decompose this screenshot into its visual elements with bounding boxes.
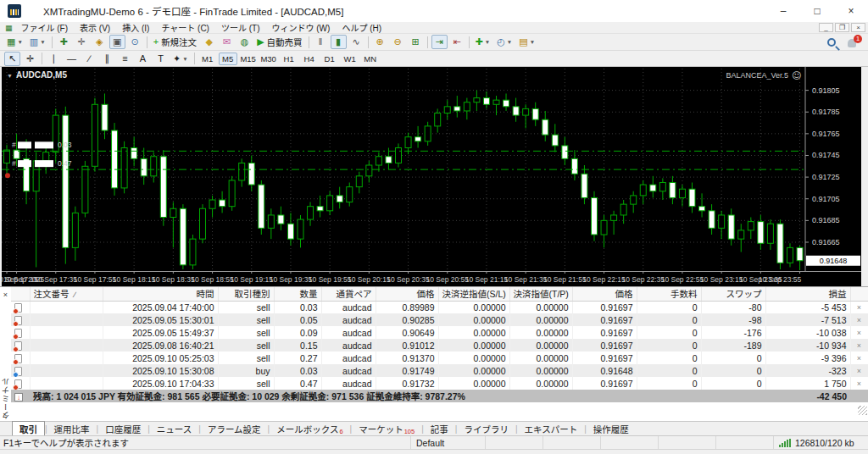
close-position-icon[interactable]: × xyxy=(850,313,868,326)
tab-7[interactable]: 記事 xyxy=(424,423,455,435)
indicators-button[interactable]: ✚▼ xyxy=(473,35,493,49)
menu-item-6[interactable]: ヘルプ (H) xyxy=(336,21,387,34)
close-position-icon[interactable]: × xyxy=(850,352,868,364)
new-chart-button[interactable]: ▦▼ xyxy=(4,35,25,49)
tab-5[interactable]: メールボックス6 xyxy=(270,423,349,435)
timeframe-m15[interactable]: M15 xyxy=(239,53,258,65)
close-position-icon[interactable]: × xyxy=(850,326,868,339)
tab-1[interactable]: 運用比率 xyxy=(47,423,97,435)
close-position-icon[interactable]: × xyxy=(850,301,868,313)
column-header[interactable]: 時間 xyxy=(103,287,218,301)
menu-item-0[interactable]: ファイル (F) xyxy=(15,21,75,34)
tab-trade[interactable]: 取引 xyxy=(12,421,45,435)
chart-area[interactable]: #0.03#0.470.918050.917850.917650.917450.… xyxy=(0,67,868,286)
timeframe-d1[interactable]: D1 xyxy=(320,53,339,65)
horizontal-line-tool[interactable]: — xyxy=(64,52,80,66)
mdi-close-button[interactable]: × xyxy=(851,23,865,32)
depth-of-market-button[interactable]: ◆ xyxy=(201,35,217,49)
menu-item-1[interactable]: 表示 (V) xyxy=(74,21,116,34)
text-tool[interactable]: A xyxy=(135,52,151,66)
chart-shift-button[interactable]: ⇤ xyxy=(449,35,465,49)
position-row[interactable]: 2025.09.08 16:40:21sell0.15audcad0.91012… xyxy=(11,339,868,352)
position-row[interactable]: 2025.09.10 17:04:33sell0.47audcad0.91732… xyxy=(11,377,868,390)
close-position-icon[interactable]: × xyxy=(850,339,868,352)
terminal-side-tab[interactable]: ターミナル xyxy=(0,377,11,419)
notifications-button[interactable]: 1 xyxy=(848,36,860,48)
toolbox-button[interactable]: ▣ xyxy=(109,35,125,49)
mdi-minimize-button[interactable]: _ xyxy=(819,23,833,32)
new-order-button[interactable]: +新規注文 xyxy=(151,35,199,49)
tab-10[interactable]: 操作履歴 xyxy=(587,423,636,435)
column-header[interactable]: 損益 xyxy=(765,287,850,301)
column-header[interactable]: 取引種別 xyxy=(218,287,274,301)
position-row[interactable]: 2025.09.04 17:40:00sell0.03audcad0.89989… xyxy=(11,301,868,313)
tab-3[interactable]: ニュース xyxy=(150,423,198,435)
tab-2[interactable]: 口座履歴 xyxy=(98,423,147,435)
candle-chart-button[interactable]: ▮ xyxy=(331,35,347,49)
profiles-button[interactable]: ▥▼ xyxy=(27,35,48,49)
auto-scroll-button[interactable]: ⇥ xyxy=(431,35,448,49)
toolbox-close-icon[interactable]: × xyxy=(1,290,10,299)
zoom-in-button[interactable]: ⊕ xyxy=(372,35,388,49)
close-button[interactable]: × xyxy=(834,0,868,22)
close-position-icon[interactable]: × xyxy=(850,364,868,377)
community-button[interactable]: ◍ xyxy=(236,35,253,49)
tab-8[interactable]: ライブラリ xyxy=(457,423,515,435)
collapse-icon[interactable]: ▼ xyxy=(7,73,13,79)
timeframe-w1[interactable]: W1 xyxy=(341,53,359,65)
menu-item-2[interactable]: 挿入 (I) xyxy=(116,21,155,34)
navigator-button[interactable]: ◈ xyxy=(92,35,108,49)
label-tool[interactable]: T xyxy=(153,52,169,66)
column-header[interactable]: 数量 xyxy=(274,287,321,301)
position-row[interactable]: 2025.09.10 15:30:08buy0.03audcad0.917490… xyxy=(11,364,868,377)
vertical-line-tool[interactable]: ∣ xyxy=(46,52,62,66)
line-chart-button[interactable]: ∿ xyxy=(348,35,364,49)
timeframe-mn[interactable]: MN xyxy=(361,53,380,65)
profile-selector[interactable]: Default xyxy=(410,436,485,449)
periods-button[interactable]: ◴▼ xyxy=(494,35,515,49)
column-header[interactable]: 価格 xyxy=(376,287,438,301)
minimize-button[interactable]: – xyxy=(766,0,800,22)
column-header[interactable]: 手数料 xyxy=(637,287,701,301)
position-row[interactable]: 2025.09.05 15:30:01sell0.05audcad0.90285… xyxy=(11,313,868,326)
menu-item-5[interactable]: ウィンドウ (W) xyxy=(266,21,337,34)
menu-item-4[interactable]: ツール (T) xyxy=(215,21,266,34)
menu-item-3[interactable]: チャート (C) xyxy=(155,21,215,34)
resize-grip[interactable] xyxy=(858,406,867,415)
close-position-icon[interactable]: × xyxy=(850,377,868,390)
mdi-restore-button[interactable]: ❐ xyxy=(835,23,849,32)
column-header[interactable]: 注文番号∕ xyxy=(30,287,103,301)
crosshair-tool[interactable]: ✛ xyxy=(22,52,38,66)
channel-tool[interactable]: ∥ xyxy=(99,52,115,66)
maximize-button[interactable]: □ xyxy=(800,0,834,22)
column-header[interactable]: 決済逆指値(S/L) xyxy=(438,287,509,301)
algo-trading-button[interactable]: ▶自動売買 xyxy=(254,35,304,49)
timeframe-h4[interactable]: H4 xyxy=(300,53,319,65)
timeframe-m30[interactable]: M30 xyxy=(259,53,278,65)
cursor-tool[interactable]: ↖ xyxy=(4,52,20,66)
market-watch-button[interactable]: ✚ xyxy=(56,35,72,49)
templates-button[interactable]: ▤▼ xyxy=(516,35,537,49)
chat-button[interactable]: ✉ xyxy=(219,35,235,49)
bar-chart-button[interactable]: ‖ xyxy=(313,35,329,49)
column-header[interactable]: 決済指値(T/P) xyxy=(509,287,572,301)
shapes-tool[interactable]: ✦▼ xyxy=(170,52,191,66)
position-row[interactable]: 2025.09.05 15:49:37sell0.09audcad0.90649… xyxy=(11,326,868,339)
strategy-tester-button[interactable]: ⊙ xyxy=(127,35,143,49)
column-header[interactable]: 通貨ペア xyxy=(321,287,376,301)
candlestick-chart[interactable]: #0.03#0.470.918050.917850.917650.917450.… xyxy=(2,67,861,286)
data-window-button[interactable]: ✛ xyxy=(74,35,90,49)
column-header[interactable]: スワップ xyxy=(701,287,765,301)
fibonacci-tool[interactable]: ≡ xyxy=(117,52,133,66)
ea-smiley-icon[interactable]: ☺ xyxy=(792,70,801,81)
tab-4[interactable]: アラーム設定 xyxy=(201,423,268,435)
column-header[interactable]: 価格 xyxy=(572,287,637,301)
search-icon[interactable] xyxy=(827,38,836,47)
trendline-tool[interactable]: ∕ xyxy=(81,52,97,66)
position-row[interactable]: 2025.09.10 05:25:03sell0.27audcad0.91370… xyxy=(11,352,868,364)
tab-6[interactable]: マーケット105 xyxy=(352,423,421,435)
timeframe-m1[interactable]: M1 xyxy=(198,53,217,65)
timeframe-m5[interactable]: M5 xyxy=(219,53,237,65)
timeframe-h1[interactable]: H1 xyxy=(280,53,298,65)
zoom-out-button[interactable]: ⊖ xyxy=(390,35,406,49)
